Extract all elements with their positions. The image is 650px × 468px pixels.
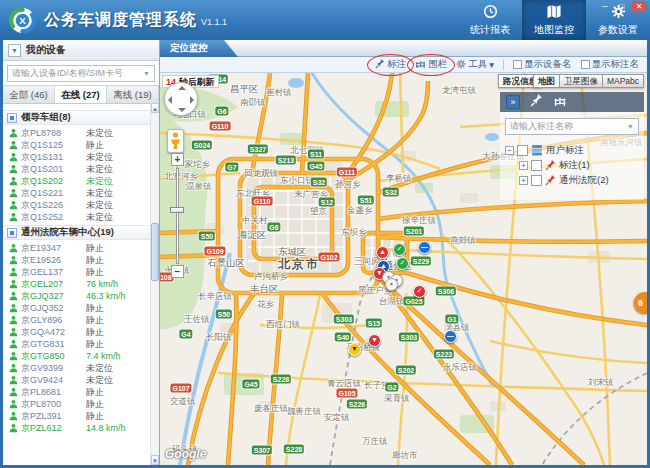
tab-location-monitor[interactable]: 定位监控 <box>160 40 238 57</box>
show-annotation-name-checkbox[interactable]: 显示标注名 <box>581 58 640 71</box>
device-search-input[interactable]: 请输入设备ID/名称/SIM卡号 ▼ <box>7 65 155 82</box>
fence-icon[interactable] <box>553 93 567 111</box>
tree-checkbox[interactable] <box>531 160 542 171</box>
vehicle-row[interactable]: 京Q1S125静止 <box>3 139 151 151</box>
vehicle-marker[interactable]: ▲ <box>376 246 389 259</box>
tree-node[interactable]: +通州法院(2) <box>505 173 639 188</box>
minimize-button[interactable]: ─ <box>598 1 612 12</box>
vehicle-marker[interactable]: — <box>444 330 457 343</box>
map-pan-control[interactable] <box>164 82 198 116</box>
vehicle-row[interactable]: 京GEL137静止 <box>3 266 151 278</box>
device-group-header[interactable]: 领导车组(8) <box>3 110 151 125</box>
annotate-button[interactable]: 标注 <box>375 58 406 71</box>
device-filter-tabs: 全部 (46)在线 (27)离线 (19) <box>3 85 159 104</box>
vehicle-row[interactable]: 京Q1S252未定位 <box>3 211 151 223</box>
vehicle-marker[interactable]: • <box>385 278 398 291</box>
nav-clock[interactable]: 统计报表 <box>458 0 522 40</box>
vehicle-row[interactable]: 京PZL61214.8 km/h <box>3 422 151 434</box>
vehicle-row[interactable]: 京GTG831静止 <box>3 338 151 350</box>
tree-expander-icon[interactable]: − <box>505 146 514 155</box>
vehicle-row[interactable]: 京Q1S202未定位 <box>3 175 151 187</box>
tree-expander-icon[interactable]: + <box>519 176 528 185</box>
pan-right-icon[interactable] <box>190 96 194 104</box>
device-tab[interactable]: 离线 (19) <box>107 86 159 103</box>
device-list-scrollbar[interactable]: ▲ ▼ <box>150 103 159 465</box>
chevron-down-icon[interactable]: ▼ <box>627 123 634 130</box>
map-type-button[interactable]: 卫星图像 <box>560 74 603 88</box>
red-pin-icon <box>545 174 556 188</box>
vehicle-row[interactable]: 京GJQ32746.3 km/h <box>3 290 151 302</box>
vehicle-row[interactable]: 京GTG8507.4 km/h <box>3 350 151 362</box>
device-search-placeholder: 请输入设备ID/名称/SIM卡号 <box>12 67 143 80</box>
vehicle-row[interactable]: 京PZL391静止 <box>3 410 151 422</box>
device-group-header[interactable]: 通州法院车辆中心(19) <box>3 225 151 240</box>
vehicle-row[interactable]: 京Q1S131未定位 <box>3 151 151 163</box>
vehicle-row[interactable]: 京GLY896静止 <box>3 314 151 326</box>
vehicle-marker[interactable]: ▼ <box>348 343 361 356</box>
scroll-up-icon[interactable]: ▲ <box>151 103 159 113</box>
vehicle-status: 未定位 <box>86 211 113 224</box>
vehicle-row[interactable]: 京GV9424未定位 <box>3 374 151 386</box>
tree-node[interactable]: +标注(1) <box>505 158 639 173</box>
vehicle-row[interactable]: 京PL8788未定位 <box>3 127 151 139</box>
zoom-slider-handle[interactable] <box>170 207 184 213</box>
street-view-pegman[interactable] <box>167 129 184 153</box>
vehicle-row[interactable]: 京PL8700静止 <box>3 398 151 410</box>
vehicle-marker[interactable]: ✓ <box>396 257 409 270</box>
sidebar-title: 我的设备 <box>26 43 66 57</box>
vehicle-row[interactable]: 京GEL20776 km/h <box>3 278 151 290</box>
vehicle-row[interactable]: 京Q1S226未定位 <box>3 199 151 211</box>
show-device-name-checkbox[interactable]: 显示设备名 <box>513 58 572 71</box>
tree-node[interactable]: −用户标注 <box>505 143 639 158</box>
map-type-button[interactable]: 地图 <box>533 74 560 88</box>
tools-button[interactable]: 工具 ▾ <box>456 58 494 71</box>
map-type-button[interactable]: MAPabc <box>603 74 644 88</box>
zoom-slider-track[interactable] <box>176 168 179 264</box>
scroll-down-icon[interactable]: ▼ <box>151 455 159 465</box>
vehicle-row[interactable]: 京GJQ352静止 <box>3 302 151 314</box>
tree-expander-icon[interactable]: + <box>519 161 528 170</box>
pan-down-icon[interactable] <box>178 108 186 112</box>
nav-label: 统计报表 <box>470 23 510 37</box>
vehicle-row[interactable]: 京GQA472静止 <box>3 326 151 338</box>
sidebar-header: ▼ 我的设备 <box>3 40 159 61</box>
vehicle-marker[interactable]: ✓ <box>393 243 406 256</box>
vehicle-row[interactable]: 京E19526静止 <box>3 254 151 266</box>
vehicle-row[interactable]: 京GV9399未定位 <box>3 362 151 374</box>
vehicle-row[interactable]: 京Q1S221未定位 <box>3 187 151 199</box>
group-toggle-icon[interactable] <box>7 113 17 123</box>
scrollbar-thumb[interactable] <box>151 223 159 281</box>
zoom-out-button[interactable]: − <box>171 265 184 278</box>
vehicle-row[interactable]: 京E19347静止 <box>3 242 151 254</box>
chevron-down-icon[interactable]: ▼ <box>143 70 150 77</box>
close-button[interactable]: ✕ <box>632 1 646 12</box>
checkbox-icon[interactable] <box>513 60 522 69</box>
vehicle-row[interactable]: 京Q1S201未定位 <box>3 163 151 175</box>
fence-button[interactable]: 围栏 <box>415 58 447 71</box>
tree-label: 标注(1) <box>559 159 590 172</box>
group-name: 通州法院车辆中心(19) <box>21 226 114 239</box>
pan-left-icon[interactable] <box>168 96 172 104</box>
svg-text:X: X <box>19 15 26 26</box>
tree-checkbox[interactable] <box>517 145 528 156</box>
annotation-search-input[interactable]: 请输入标注名称 ▼ <box>505 118 639 135</box>
device-tab[interactable]: 全部 (46) <box>3 86 55 103</box>
vehicle-marker[interactable]: — <box>418 241 431 254</box>
group-toggle-icon[interactable] <box>7 228 17 238</box>
sidebar-collapse-icon[interactable]: ▼ <box>8 44 21 57</box>
pan-up-icon[interactable] <box>178 86 186 90</box>
vehicle-marker[interactable]: ▼ <box>368 334 381 347</box>
panel-collapse-icon[interactable]: » <box>506 95 520 109</box>
tree-checkbox[interactable] <box>531 175 542 186</box>
vehicle-row[interactable]: 京PL8681静止 <box>3 386 151 398</box>
checkbox-icon[interactable] <box>581 60 590 69</box>
maximize-button[interactable]: □ <box>615 1 629 12</box>
tab-strip: 定位监控 <box>160 40 647 57</box>
vehicle-marker[interactable]: ✓ <box>413 285 426 298</box>
nav-map[interactable]: 地图监控 <box>522 0 586 40</box>
zoom-in-button[interactable]: + <box>171 153 184 166</box>
map-canvas[interactable]: 昌平区崔村镇南邵镇马池口镇龙湾屯镇山东庄镇南独乐河镇大孙各庄镇北七家镇东小口镇回… <box>160 73 647 465</box>
clock-icon <box>483 4 498 21</box>
device-tab[interactable]: 在线 (27) <box>55 86 107 103</box>
pushpin-icon[interactable] <box>530 93 543 111</box>
